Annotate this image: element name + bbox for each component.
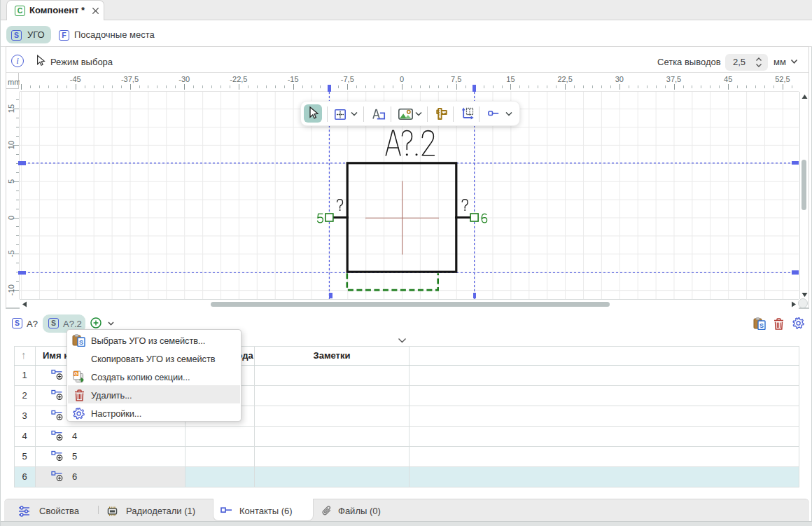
- svg-text:G: G: [74, 371, 78, 376]
- svg-text:S: S: [79, 339, 83, 346]
- svg-text:S: S: [760, 322, 764, 329]
